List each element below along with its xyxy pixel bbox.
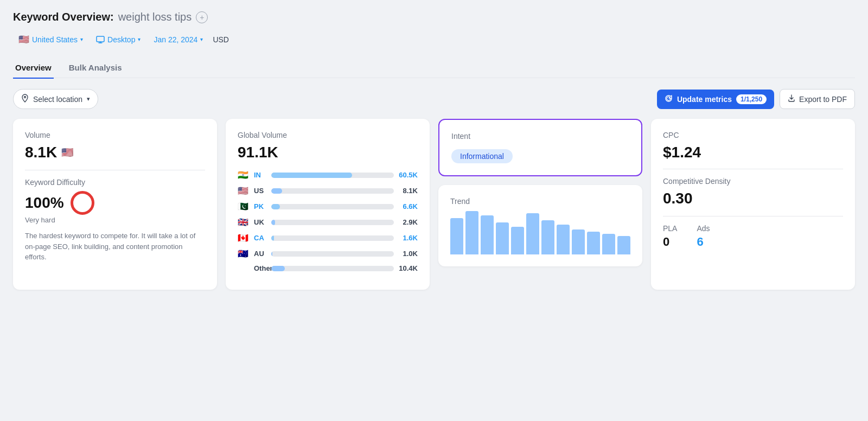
volume-bar bbox=[271, 251, 394, 257]
bar-fill bbox=[271, 204, 280, 209]
device-label: Desktop bbox=[107, 35, 135, 44]
global-volume-label: Global Volume bbox=[238, 131, 418, 139]
country-volume: 60.5K bbox=[398, 171, 418, 179]
country-code: AU bbox=[254, 250, 267, 258]
country-volume: 1.0K bbox=[398, 250, 418, 258]
select-location-label: Select location bbox=[33, 95, 82, 104]
country-code: IN bbox=[254, 171, 267, 179]
update-metrics-button[interactable]: Update metrics 1/1,250 bbox=[657, 90, 774, 109]
intent-badge: Informational bbox=[451, 149, 513, 163]
global-volume-value: 91.1K bbox=[238, 144, 418, 161]
trend-bar bbox=[541, 220, 554, 254]
chevron-down-icon: ▾ bbox=[200, 36, 203, 42]
cpc-value: $1.24 bbox=[663, 144, 843, 161]
date-label: Jan 22, 2024 bbox=[154, 35, 197, 44]
divider bbox=[663, 216, 843, 216]
divider bbox=[25, 170, 205, 170]
trend-chart bbox=[450, 211, 630, 254]
trend-bar bbox=[496, 222, 509, 254]
cpc-label: CPC bbox=[663, 131, 843, 139]
svg-point-1 bbox=[24, 97, 26, 98]
country-row: 🇬🇧 UK 2.9K bbox=[238, 217, 418, 227]
divider bbox=[663, 169, 843, 169]
trend-bar bbox=[587, 232, 600, 254]
update-metrics-label: Update metrics bbox=[677, 95, 732, 104]
intent-card: Intent Informational bbox=[438, 119, 642, 176]
location-icon bbox=[21, 94, 29, 104]
trend-bar bbox=[481, 215, 494, 254]
monitor-icon bbox=[96, 36, 105, 43]
country-volume: 8.1K bbox=[398, 187, 418, 195]
bar-fill bbox=[271, 173, 352, 178]
volume-label: Volume bbox=[25, 131, 205, 139]
kd-value-row: 100% bbox=[25, 191, 205, 215]
country-row: 🇮🇳 IN 60.5K bbox=[238, 170, 418, 180]
pla-item: PLA 0 bbox=[663, 224, 677, 249]
volume-bar bbox=[271, 204, 394, 209]
trend-bar bbox=[602, 234, 615, 254]
svg-rect-0 bbox=[97, 36, 104, 42]
volume-bar bbox=[271, 235, 394, 241]
trend-bar bbox=[557, 225, 570, 254]
country-code: CA bbox=[254, 234, 267, 242]
currency-label: USD bbox=[213, 35, 229, 44]
country-row: 🇦🇺 AU 1.0K bbox=[238, 248, 418, 259]
toolbar-row: Select location ▾ Update metrics 1/1,250… bbox=[13, 89, 855, 109]
global-volume-card: Global Volume 91.1K 🇮🇳 IN 60.5K 🇺🇸 US 8.… bbox=[226, 119, 430, 290]
country-code: UK bbox=[254, 218, 267, 226]
ads-label: Ads bbox=[697, 224, 710, 233]
country-flag-icon: 🇦🇺 bbox=[238, 248, 250, 259]
country-flag-icon: 🇬🇧 bbox=[238, 217, 250, 227]
kd-description: The hardest keyword to compete for. It w… bbox=[25, 231, 205, 263]
volume-bar bbox=[271, 173, 394, 178]
comp-density-label: Competitive Density bbox=[663, 177, 843, 186]
chevron-down-icon: ▾ bbox=[138, 36, 141, 42]
country-flag-icon: 🇺🇸 bbox=[238, 186, 250, 196]
tab-overview[interactable]: Overview bbox=[13, 59, 54, 79]
page-title-label: Keyword Overview: bbox=[13, 11, 114, 23]
refresh-icon bbox=[665, 94, 673, 104]
country-row: 🇺🇸 US 8.1K bbox=[238, 186, 418, 196]
tab-bulk-analysis[interactable]: Bulk Analysis bbox=[67, 59, 124, 79]
country-flag-icon: 🇮🇳 bbox=[238, 170, 250, 180]
country-flag-icon: 🇨🇦 bbox=[238, 233, 250, 243]
export-icon bbox=[788, 94, 795, 104]
trend-bar bbox=[572, 229, 585, 254]
us-flag: 🇺🇸 bbox=[61, 146, 73, 158]
chevron-down-icon: ▾ bbox=[80, 36, 83, 42]
ads-item: Ads 6 bbox=[697, 224, 710, 249]
kd-label: Keyword Difficulty bbox=[25, 178, 205, 187]
controls-row: 🇺🇸 United States ▾ Desktop ▾ Jan 22, 202… bbox=[13, 31, 855, 48]
select-location-button[interactable]: Select location ▾ bbox=[13, 89, 98, 109]
trend-card: Trend bbox=[438, 185, 642, 266]
volume-kd-card: Volume 8.1K 🇺🇸 Keyword Difficulty 100% V… bbox=[13, 119, 217, 290]
pla-ads-row: PLA 0 Ads 6 bbox=[663, 224, 843, 249]
country-selector[interactable]: 🇺🇸 United States ▾ bbox=[13, 31, 88, 48]
country-row: Other 10.4K bbox=[238, 264, 418, 272]
export-pdf-button[interactable]: Export to PDF bbox=[780, 89, 855, 109]
chevron-down-icon: ▾ bbox=[87, 95, 90, 103]
device-selector[interactable]: Desktop ▾ bbox=[91, 32, 146, 47]
country-code: US bbox=[254, 187, 267, 195]
country-volume: 2.9K bbox=[398, 218, 418, 226]
trend-bar bbox=[617, 236, 630, 254]
country-volume: 1.6K bbox=[398, 234, 418, 242]
country-row: 🇨🇦 CA 1.6K bbox=[238, 233, 418, 243]
page-title-keyword: weight loss tips bbox=[118, 11, 192, 23]
volume-bar bbox=[271, 188, 394, 194]
volume-value: 8.1K 🇺🇸 bbox=[25, 144, 205, 161]
kd-difficulty: Very hard bbox=[25, 216, 205, 224]
trend-bar bbox=[511, 227, 524, 254]
page-header: Keyword Overview: weight loss tips + bbox=[13, 11, 855, 23]
bar-fill bbox=[271, 188, 282, 194]
ads-value: 6 bbox=[697, 235, 710, 249]
country-row: 🇵🇰 PK 6.6K bbox=[238, 201, 418, 212]
volume-bar bbox=[271, 266, 394, 271]
update-metrics-badge: 1/1,250 bbox=[736, 94, 767, 104]
country-code: Other bbox=[254, 264, 267, 272]
intent-label: Intent bbox=[451, 132, 629, 141]
country-flag: 🇺🇸 bbox=[18, 34, 29, 44]
date-selector[interactable]: Jan 22, 2024 ▾ bbox=[148, 32, 208, 47]
export-label: Export to PDF bbox=[799, 95, 847, 104]
add-keyword-button[interactable]: + bbox=[196, 11, 208, 23]
